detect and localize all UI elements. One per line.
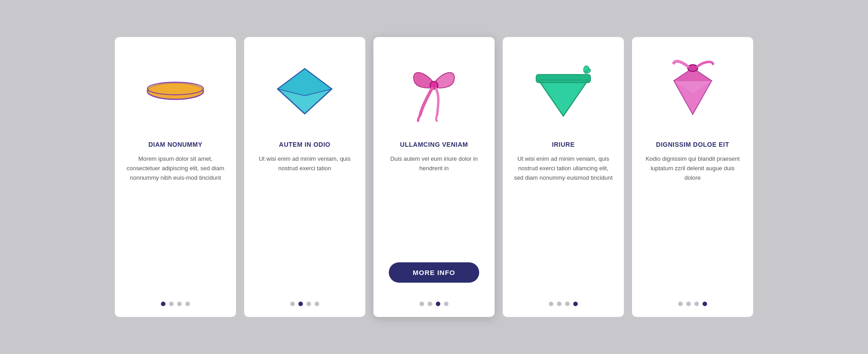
card-1-title: DIAM NONUMMY [148,141,203,148]
svg-rect-12 [536,75,590,83]
card-2-dots [290,293,319,306]
card-2-icon-area [255,51,354,132]
cards-container: DIAM NONUMMY Morem ipsum dolor sit amet,… [97,19,771,335]
dot [678,302,683,306]
card-2-title: AUTEM IN ODIO [279,141,330,148]
svg-point-13 [688,65,698,71]
card-4-icon-area [514,51,613,132]
card-4: IRIURE Ut wisi enim ad minim veniam, qui… [503,37,624,317]
dot [177,302,182,306]
card-1: DIAM NONUMMY Morem ipsum dolor sit amet,… [115,37,236,317]
card-2-text: Ut wisi enim ad minim veniam, quis nostr… [255,154,354,293]
dot [444,302,448,306]
card-5-icon-area [643,51,742,132]
dot [290,302,295,306]
card-1-dots [161,293,190,306]
card-5-text: Kodio dignissim qui blandit praesent lup… [643,154,742,293]
card-3-title: ULLAMCING VENIAM [400,141,468,148]
knotted-bandana-icon [663,60,722,123]
dot-active [298,302,303,306]
card-3-icon-area [384,51,484,132]
dot [185,302,190,306]
dot [686,302,691,306]
card-4-text: Ut wisi enim ad minim veniam, quis nostr… [514,154,613,293]
dot [420,302,424,306]
card-1-icon-area [126,51,225,132]
dot [307,302,311,306]
dot-active [161,302,165,306]
headband-flat-icon [144,73,207,109]
dot [169,302,174,306]
dot-active [436,302,440,306]
card-1-text: Morem ipsum dolor sit amet, consectetuer… [126,154,225,293]
dot [428,302,432,306]
dot [694,302,699,306]
card-3: ULLAMCING VENIAM Duis autem vel eum iriu… [373,37,495,317]
hair-bow-icon [402,60,466,123]
card-4-title: IRIURE [552,141,575,148]
bandana-square-icon [532,62,595,121]
card-3-text: Duis autem vel eum iriure dolor in hendr… [384,154,484,254]
card-3-dots [420,293,448,306]
dot-active [573,302,578,306]
dot [315,302,319,306]
card-4-dots [549,293,578,306]
dot [549,302,553,306]
dot-active [703,302,707,306]
card-5-title: DIGNISSIM DOLOE EIT [656,141,729,148]
card-5-dots [678,293,707,306]
folded-bandana-icon [273,64,336,118]
card-2: AUTEM IN ODIO Ut wisi enim ad minim veni… [244,37,365,317]
dot [565,302,570,306]
card-5: DIGNISSIM DOLOE EIT Kodio dignissim qui … [632,37,753,317]
dot [557,302,561,306]
more-info-button[interactable]: MORE INFO [389,262,479,283]
